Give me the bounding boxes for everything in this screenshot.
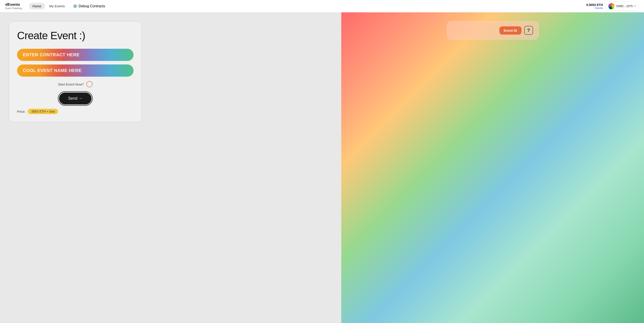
create-event-card: Create Event :) Start Event Now? Send → [9,21,142,122]
brand-name: dEvents [5,3,22,7]
gear-icon: ⚙️ [73,4,77,8]
wallet-button[interactable]: 0XBC...1575 ▾ [606,2,639,11]
event-id-card: Event ID ? [447,21,538,40]
contract-input-wrapper [17,49,134,61]
wallet-network: Sepolia [586,7,603,9]
nav-home[interactable]: Home [29,3,45,9]
price-badge: .0001 ETH + Gas [28,109,58,114]
send-button[interactable]: Send → [59,92,91,104]
event-name-input-wrapper [17,64,134,77]
start-event-toggle[interactable] [86,81,92,87]
event-id-button[interactable]: Event ID [500,26,522,34]
price-row: Price: .0001 ETH + Gas [17,109,134,114]
left-panel: Create Event :) Start Event Now? Send → [0,12,341,323]
nav-links: Home My Events ⚙️ Debug Contracts [29,3,586,10]
brand: dEvents Event Ticketing [5,3,22,10]
contract-input[interactable] [18,49,133,60]
wallet-balance-block: 0.0053 ETH Sepolia [586,3,603,9]
nav-right: 0.0053 ETH Sepolia 0XBC...1575 ▾ [586,2,639,11]
navbar: dEvents Event Ticketing Home My Events ⚙… [0,0,644,12]
wallet-balance: 0.0053 ETH [586,3,603,7]
price-label: Price: [17,110,26,114]
debug-contracts-label: Debug Contracts [78,4,105,8]
event-id-question-button[interactable]: ? [524,26,533,35]
send-button-label: Send → [68,96,82,101]
main-content: Create Event :) Start Event Now? Send → [0,12,644,323]
wallet-avatar [608,3,614,9]
nav-my-events[interactable]: My Events [46,3,68,9]
brand-subtitle: Event Ticketing [5,7,22,10]
send-button-wrapper: Send → [17,92,134,104]
nav-debug-contracts[interactable]: ⚙️ Debug Contracts [69,3,109,10]
right-panel: Event ID ? [341,12,644,323]
chevron-down-icon: ▾ [634,5,636,8]
start-event-row: Start Event Now? [17,81,134,87]
wallet-address: 0XBC...1575 [616,4,633,8]
start-event-label: Start Event Now? [58,82,84,86]
event-name-input[interactable] [18,65,133,76]
event-id-input[interactable] [452,26,497,35]
form-title: Create Event :) [17,30,134,42]
